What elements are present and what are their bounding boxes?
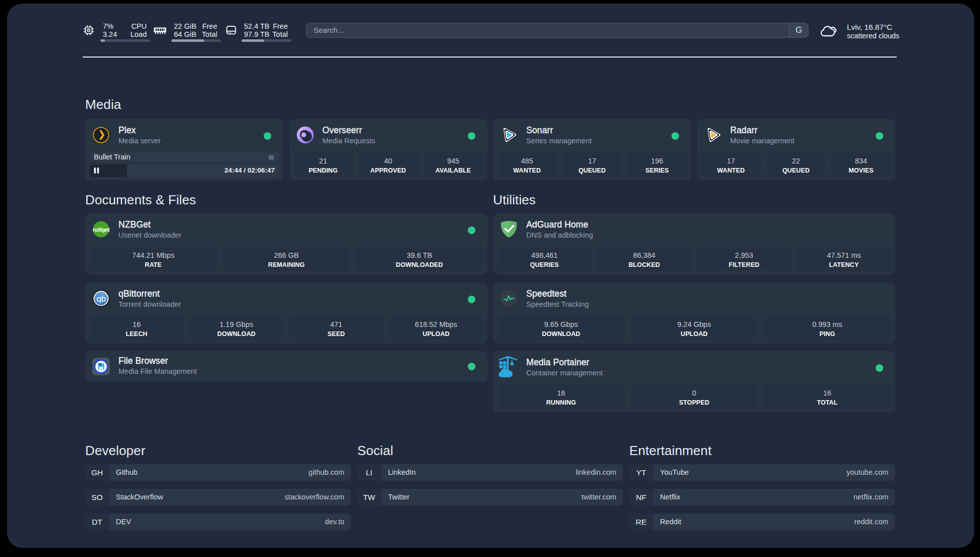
svg-text:nzbget: nzbget: [93, 227, 110, 233]
svg-text:qb: qb: [97, 294, 106, 304]
